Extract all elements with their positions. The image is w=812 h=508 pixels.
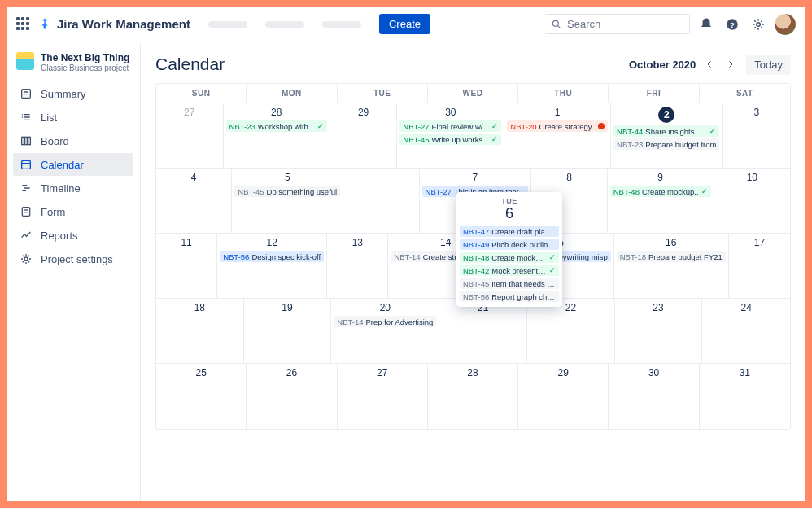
event-pill[interactable]: NBT-18Prepare budget FY21	[617, 251, 726, 262]
event-pill[interactable]: NBT-20Create strategy..	[507, 120, 608, 132]
help-icon[interactable]: ?	[723, 15, 742, 34]
calendar-day[interactable]: 30	[609, 364, 699, 429]
app-switcher-icon[interactable]	[16, 17, 31, 32]
project-name: The Next Big Thing	[41, 52, 129, 64]
calendar-day[interactable]: 28NBT-23Workshop with...✓	[224, 103, 330, 169]
notifications-icon[interactable]	[696, 15, 716, 34]
event-pill[interactable]: NBT-45Write up works...✓	[399, 134, 501, 145]
user-avatar[interactable]	[775, 14, 796, 35]
check-icon: ✓	[491, 122, 498, 130]
sidebar-item-timeline[interactable]: Timeline	[13, 177, 133, 199]
project-header[interactable]: The Next Big Thing Classic Business proj…	[13, 52, 133, 72]
dow-header: TUE	[338, 84, 428, 103]
calendar-day[interactable]: 19	[244, 299, 332, 364]
sidebar-item-calendar[interactable]: Calendar	[13, 153, 133, 176]
sidebar-item-summary[interactable]: Summary	[13, 82, 133, 105]
event-pill[interactable]: NBT-44Share insights...✓	[613, 125, 719, 137]
calendar-day[interactable]: 5NBT-45Do something useful	[232, 169, 343, 234]
calendar-day[interactable]: 11	[156, 234, 217, 299]
day-number: 27	[159, 107, 220, 118]
calendar-day[interactable]	[343, 169, 419, 234]
calendar-day[interactable]: 17	[729, 234, 790, 299]
day-number: 7	[422, 172, 529, 183]
svg-point-12	[22, 116, 23, 117]
calendar-day[interactable]: 27	[156, 103, 224, 169]
dow-header: WED	[428, 84, 518, 103]
event-title: Create draft plannin...	[491, 227, 556, 236]
calendar-day[interactable]: 24	[702, 299, 790, 364]
calendar-day[interactable]: 22	[527, 299, 615, 364]
product-logo[interactable]: Jira Work Management	[37, 17, 190, 32]
calendar-day[interactable]: 25	[156, 364, 247, 429]
calendar-day[interactable]: 2NBT-44Share insights...✓NBT-23Prepare b…	[611, 103, 723, 169]
calendar-day[interactable]: 20NBT-14Prep for Advertising	[331, 299, 439, 364]
event-key: NBT-27	[426, 187, 452, 196]
sidebar-item-label: Board	[41, 135, 69, 147]
dow-header: SUN	[156, 84, 247, 103]
sidebar-item-board[interactable]: Board	[13, 129, 133, 152]
calendar-day[interactable]: 3	[723, 103, 790, 169]
day-number: 11	[159, 237, 214, 248]
calendar-day[interactable]: 28	[428, 364, 518, 429]
check-icon: ✓	[317, 122, 324, 130]
prev-month-button[interactable]	[699, 54, 720, 75]
calendar-day[interactable]: 23	[615, 299, 703, 364]
page-title: Calendar	[155, 55, 225, 74]
calendar-day[interactable]: 27	[338, 364, 428, 429]
sidebar-item-list[interactable]: List	[13, 106, 133, 129]
calendar-day[interactable]: 31	[700, 364, 790, 429]
event-pill[interactable]: NBT-45Item that needs to ...	[460, 278, 559, 289]
day-number: 29	[521, 367, 605, 379]
next-month-button[interactable]	[720, 54, 741, 75]
nav-placeholder	[322, 21, 361, 28]
day-number: 8	[534, 172, 604, 183]
calendar-day[interactable]: 16NBT-18Prepare budget FY21	[614, 234, 729, 299]
settings-icon[interactable]	[749, 15, 768, 34]
event-key: NBT-49	[463, 240, 489, 249]
sidebar-item-form[interactable]: Form	[13, 200, 133, 223]
event-pill[interactable]: NBT-42Mock presenta...✓	[460, 265, 559, 276]
calendar-icon	[20, 158, 33, 171]
calendar-day[interactable]: 21	[439, 299, 527, 364]
today-button[interactable]: Today	[746, 55, 791, 75]
event-pill[interactable]: NBT-23Prepare budget from	[613, 138, 719, 150]
month-label: October 2020	[629, 59, 696, 71]
event-pill[interactable]: NBT-27Final review w/...✓	[399, 120, 501, 132]
calendar-day[interactable]: 4	[156, 169, 232, 234]
sidebar-item-reports[interactable]: Reports	[13, 224, 133, 247]
calendar-day[interactable]: 12NBT-56Design spec kick-off	[217, 234, 327, 299]
calendar-day[interactable]: 18	[156, 299, 244, 364]
top-navigation: Jira Work Management Create Search ?	[7, 7, 805, 42]
calendar-day[interactable]: 9NBT-48Create mockup..✓	[608, 169, 714, 234]
day-number: 28	[226, 107, 327, 118]
event-pill[interactable]: NBT-23Workshop with...✓	[226, 120, 327, 132]
calendar-day[interactable]: 30NBT-27Final review w/...✓NBT-45Write u…	[397, 103, 504, 169]
create-button[interactable]: Create	[379, 14, 430, 34]
event-pill[interactable]: NBT-47Create draft plannin...	[460, 226, 559, 237]
calendar-day[interactable]: 13	[327, 234, 388, 299]
day-number: 24	[705, 302, 788, 313]
event-title: Create mockup..	[491, 253, 547, 262]
event-pill[interactable]: NBT-45Do something useful	[234, 186, 340, 197]
calendar-day[interactable]: 10	[714, 169, 790, 234]
day-number: 12	[220, 237, 324, 248]
event-pill[interactable]: NBT-49Pitch deck outline ...	[460, 239, 559, 250]
day-number: 16	[617, 237, 726, 248]
event-pill[interactable]: NBT-14Prep for Advertising	[334, 316, 436, 327]
calendar-day[interactable]: 26	[247, 364, 337, 429]
day-number: 9	[610, 172, 711, 183]
event-pill[interactable]: NBT-48Create mockup..✓	[460, 252, 559, 263]
calendar-day[interactable]: 1NBT-20Create strategy..	[504, 103, 611, 169]
event-pill[interactable]: NBT-48Create mockup..✓	[610, 186, 711, 197]
calendar-day[interactable]: 29	[518, 364, 609, 429]
event-key: NBT-27	[403, 122, 429, 131]
event-pill[interactable]: NBT-56Report graph chart...	[460, 291, 559, 302]
event-key: NBT-45	[463, 279, 489, 288]
sidebar-item-project-settings[interactable]: Project settings	[13, 247, 133, 270]
search-input[interactable]: Search	[544, 14, 690, 34]
day-number: 28	[430, 367, 515, 379]
event-key: NBT-23	[229, 122, 255, 131]
event-pill[interactable]: NBT-56Design spec kick-off	[220, 251, 324, 262]
calendar-day[interactable]: 29	[330, 103, 398, 169]
day-number: 23	[618, 302, 700, 313]
